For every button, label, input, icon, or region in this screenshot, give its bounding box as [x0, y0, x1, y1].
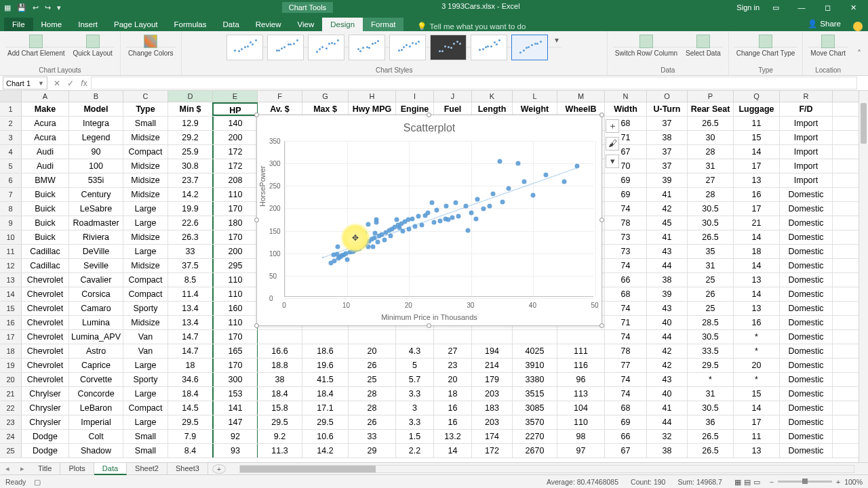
- col-header-J[interactable]: J: [434, 91, 472, 102]
- cell[interactable]: 38: [647, 131, 688, 144]
- cell[interactable]: Chrylser: [22, 387, 69, 401]
- cell[interactable]: Sporty: [123, 373, 168, 386]
- cell[interactable]: 74: [605, 330, 647, 344]
- cell[interactable]: Compact: [123, 145, 168, 159]
- collapse-ribbon-icon[interactable]: ˄: [853, 49, 865, 58]
- cell[interactable]: 18.4: [258, 387, 302, 401]
- cell[interactable]: 535i: [69, 174, 123, 187]
- cell[interactable]: 170: [213, 330, 258, 344]
- cell[interactable]: 40: [647, 387, 688, 401]
- col-header-F[interactable]: F: [258, 91, 302, 102]
- cell[interactable]: Luggage: [734, 102, 780, 116]
- cell[interactable]: Domestic: [780, 387, 833, 401]
- chart-styles-more-icon[interactable]: ▾: [552, 35, 561, 45]
- cell[interactable]: Domestic: [780, 302, 833, 315]
- sheet-nav-first-icon[interactable]: ◂: [0, 464, 15, 473]
- select-all-corner[interactable]: [0, 91, 22, 102]
- cell[interactable]: 110: [213, 287, 258, 301]
- cell[interactable]: Shadow: [69, 444, 123, 458]
- cell[interactable]: Midsize: [123, 159, 168, 173]
- cell[interactable]: 3910: [513, 359, 557, 372]
- cell[interactable]: 27: [688, 174, 734, 187]
- row-header[interactable]: 12: [0, 259, 22, 272]
- cell[interactable]: Imperial: [69, 415, 123, 429]
- cell[interactable]: Max $: [302, 102, 349, 116]
- cell[interactable]: 37.5: [168, 259, 213, 272]
- cell[interactable]: 28: [349, 387, 396, 401]
- cell[interactable]: 38: [258, 373, 302, 386]
- zoom-out-icon[interactable]: −: [770, 478, 774, 486]
- cell[interactable]: 14: [734, 287, 780, 301]
- cell[interactable]: Domestic: [780, 344, 833, 358]
- cell[interactable]: Chevrolet: [22, 330, 69, 344]
- cell[interactable]: U-Turn: [647, 102, 688, 116]
- cell[interactable]: 92: [213, 430, 258, 443]
- cell[interactable]: 78: [605, 216, 647, 230]
- enter-formula-icon[interactable]: ✓: [64, 79, 77, 88]
- cell[interactable]: 20: [434, 373, 472, 386]
- data-point[interactable]: [402, 219, 407, 224]
- cell[interactable]: 90: [69, 145, 123, 159]
- cell[interactable]: 17: [734, 202, 780, 216]
- row-header[interactable]: 11: [0, 245, 22, 258]
- cell[interactable]: Domestic: [780, 430, 833, 443]
- cell[interactable]: Dodge: [22, 430, 69, 443]
- scrollbar-thumb[interactable]: [861, 103, 867, 144]
- cell[interactable]: 30: [688, 131, 734, 144]
- cell[interactable]: 172: [213, 159, 258, 173]
- cell[interactable]: 13: [734, 444, 780, 458]
- cell[interactable]: 2.2: [396, 444, 434, 458]
- cell[interactable]: Buick: [22, 230, 69, 244]
- cell[interactable]: 16: [434, 401, 472, 415]
- ribbon-tab-insert[interactable]: Insert: [70, 18, 106, 31]
- maximize-button[interactable]: ◻: [818, 3, 837, 12]
- chart-elements-button[interactable]: ＋: [606, 119, 619, 133]
- cell[interactable]: *: [734, 373, 780, 386]
- macro-record-icon[interactable]: ▢: [34, 478, 41, 486]
- data-point[interactable]: [416, 214, 420, 219]
- data-point[interactable]: [475, 197, 479, 201]
- data-point[interactable]: [521, 179, 526, 184]
- trendline[interactable]: [322, 167, 577, 258]
- cell[interactable]: Midsize: [123, 174, 168, 187]
- cell[interactable]: 11.3: [258, 444, 302, 458]
- cell[interactable]: 18: [434, 387, 472, 401]
- row-header[interactable]: 17: [0, 330, 22, 344]
- cell[interactable]: *: [688, 373, 734, 386]
- cell[interactable]: 4.3: [396, 344, 434, 358]
- cell[interactable]: Width: [605, 102, 647, 116]
- cell[interactable]: 93: [213, 444, 258, 458]
- cell[interactable]: Domestic: [780, 373, 833, 386]
- data-point[interactable]: [344, 257, 349, 262]
- cell[interactable]: 74: [605, 387, 647, 401]
- cell[interactable]: 37: [647, 145, 688, 159]
- cell[interactable]: 33.5: [688, 344, 734, 358]
- cell[interactable]: 110: [213, 273, 258, 287]
- cell[interactable]: 170: [213, 359, 258, 372]
- cell[interactable]: 33: [168, 245, 213, 258]
- change-chart-type-button[interactable]: Change Chart Type: [734, 33, 797, 58]
- row-header[interactable]: 24: [0, 430, 22, 443]
- cell[interactable]: 43: [647, 373, 688, 386]
- col-header-O[interactable]: O: [647, 91, 688, 102]
- chevron-down-icon[interactable]: ▼: [38, 80, 44, 87]
- cell[interactable]: Buick: [22, 188, 69, 201]
- ribbon-tab-review[interactable]: Review: [248, 18, 290, 31]
- cell[interactable]: Min $: [168, 102, 213, 116]
- cell[interactable]: 110: [557, 415, 605, 429]
- col-header-H[interactable]: H: [349, 91, 396, 102]
- y-axis-title[interactable]: HorsePower: [258, 165, 267, 207]
- cell[interactable]: 9.2: [258, 430, 302, 443]
- row-header[interactable]: 22: [0, 401, 22, 415]
- cell[interactable]: Domestic: [780, 287, 833, 301]
- cell[interactable]: 147: [213, 415, 258, 429]
- horizontal-scrollbar[interactable]: [239, 465, 854, 473]
- cell[interactable]: Chevrolet: [22, 302, 69, 315]
- data-point[interactable]: [466, 228, 471, 232]
- cell[interactable]: 97: [557, 444, 605, 458]
- cell[interactable]: 7.9: [168, 430, 213, 443]
- row-header[interactable]: 6: [0, 174, 22, 187]
- cell[interactable]: 38: [647, 273, 688, 287]
- cell[interactable]: 69: [605, 415, 647, 429]
- cell[interactable]: Import: [780, 145, 833, 159]
